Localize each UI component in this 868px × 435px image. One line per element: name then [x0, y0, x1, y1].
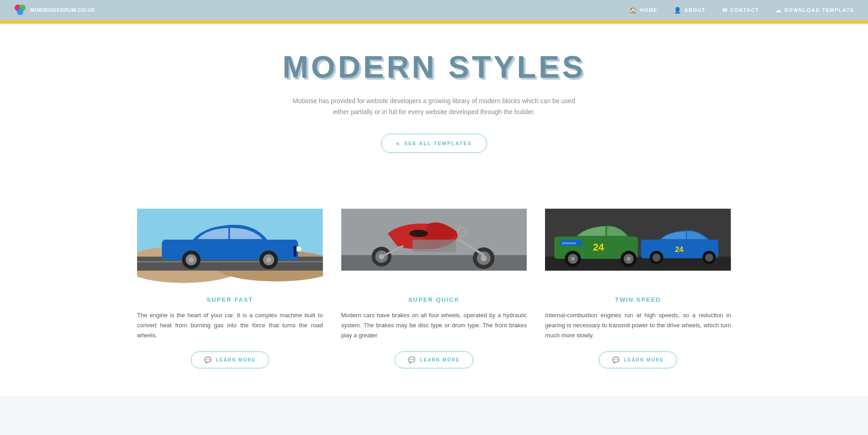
svg-rect-7 — [137, 261, 323, 262]
chat-icon-2: 💬 — [408, 356, 416, 363]
card-desc-2: Modern cars have brakes on all four whee… — [341, 310, 527, 341]
about-icon: 👤 — [674, 7, 682, 14]
nav-label-contact: CONTACT — [730, 7, 759, 13]
card-title-1: SUPER FAST — [207, 296, 254, 303]
home-icon: 🏠 — [630, 7, 638, 14]
nav-item-home[interactable]: 🏠 HOME — [630, 7, 658, 14]
cards-section: SUPER FAST The engine is the heart of yo… — [0, 176, 868, 396]
brand-name: MOBIRISEFORUM.CO.UK — [30, 7, 95, 13]
svg-point-38 — [571, 257, 575, 261]
svg-text:SPONSOR: SPONSOR — [562, 241, 577, 245]
download-icon: ☁ — [775, 7, 782, 14]
svg-point-47 — [705, 253, 714, 262]
nav-menu: 🏠 HOME 👤 ABOUT ✉ CONTACT ☁ DOWNLOAD TEMP… — [630, 7, 854, 14]
card-twin-speed: 24 SPONSOR 24 — [545, 194, 731, 368]
svg-point-14 — [266, 257, 271, 262]
svg-rect-19 — [413, 240, 456, 252]
hero-section: MODERN STYLES Mobirise has provided for … — [228, 51, 640, 153]
learn-more-button-2[interactable]: 💬 LEARN MORE — [395, 351, 473, 368]
nav-link-download[interactable]: ☁ DOWNLOAD TEMPLATE — [775, 7, 854, 14]
cards-grid: SUPER FAST The engine is the heart of yo… — [137, 194, 731, 368]
svg-text:24: 24 — [675, 245, 683, 253]
svg-point-11 — [189, 257, 194, 262]
see-all-button[interactable]: « SEE ALL TEMPLATES — [381, 134, 487, 153]
svg-point-41 — [627, 257, 630, 261]
card-desc-3: Internal-combustion engines run at high … — [545, 310, 731, 341]
learn-more-button-3[interactable]: 💬 LEARN MORE — [599, 351, 677, 368]
svg-rect-8 — [162, 240, 298, 260]
navbar: MOBIRISEFORUM.CO.UK 🏠 HOME 👤 ABOUT ✉ CON… — [0, 0, 868, 21]
blue-car-image — [137, 194, 323, 285]
svg-point-28 — [409, 230, 428, 237]
nav-label-about: ABOUT — [684, 7, 706, 13]
learn-more-label-1: LEARN MORE — [216, 357, 256, 362]
card-desc-1: The engine is the heart of your car. It … — [137, 310, 323, 341]
chat-icon-3: 💬 — [612, 356, 620, 363]
nascar-image: 24 SPONSOR 24 — [545, 194, 731, 285]
card-image-2 — [341, 194, 527, 285]
nav-item-about[interactable]: 👤 ABOUT — [674, 7, 705, 14]
card-image-3: 24 SPONSOR 24 — [545, 194, 731, 285]
card-title-3: TWIN SPEED — [615, 296, 661, 303]
svg-point-22 — [481, 255, 487, 261]
svg-rect-18 — [341, 255, 527, 270]
svg-rect-16 — [293, 246, 296, 257]
nav-label-home: HOME — [640, 7, 657, 13]
hero-title: MODERN STYLES — [228, 51, 640, 82]
card-image-1 — [137, 194, 323, 285]
nav-item-download[interactable]: ☁ DOWNLOAD TEMPLATE — [775, 7, 854, 14]
see-all-label: SEE ALL TEMPLATES — [404, 141, 472, 146]
svg-point-2 — [17, 9, 23, 15]
card-super-quick: SUPER QUICK Modern cars have brakes on a… — [341, 194, 527, 368]
red-trike-image — [341, 194, 527, 285]
learn-more-label-2: LEARN MORE — [420, 357, 460, 362]
arrow-icon: « — [396, 140, 401, 147]
card-title-2: SUPER QUICK — [408, 296, 460, 303]
nav-label-download: DOWNLOAD TEMPLATE — [784, 7, 854, 13]
learn-more-button-1[interactable]: 💬 LEARN MORE — [191, 351, 269, 368]
nav-link-home[interactable]: 🏠 HOME — [630, 7, 658, 14]
chat-icon-1: 💬 — [204, 356, 212, 363]
svg-text:24: 24 — [593, 241, 604, 252]
contact-icon: ✉ — [722, 7, 728, 14]
nav-link-contact[interactable]: ✉ CONTACT — [722, 7, 759, 14]
learn-more-label-3: LEARN MORE — [624, 357, 664, 362]
svg-point-45 — [653, 253, 661, 262]
nav-item-contact[interactable]: ✉ CONTACT — [722, 7, 759, 14]
nav-link-about[interactable]: 👤 ABOUT — [674, 7, 705, 14]
card-super-fast: SUPER FAST The engine is the heart of yo… — [137, 194, 323, 368]
brand[interactable]: MOBIRISEFORUM.CO.UK — [14, 4, 95, 16]
hero-subtitle: Mobirise has provided for website develo… — [288, 96, 580, 118]
brand-logo — [14, 4, 26, 16]
main-content: MODERN STYLES Mobirise has provided for … — [0, 24, 868, 176]
